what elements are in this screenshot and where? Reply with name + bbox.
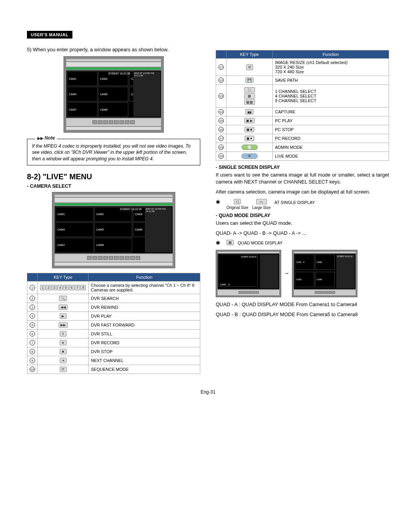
table-row: 5▶▶DVR FAST FORWARD [27, 320, 200, 329]
screenshot-timestamp: 07/08/07 16:22:26 [109, 72, 130, 75]
quad-b-screenshot: CAM1 S CAM2 CAM3 CAM4 07/08/07 16:21:22 [292, 250, 357, 297]
key-icon: ▶ [60, 313, 67, 319]
row-function: SEQUENCE MODE [89, 365, 200, 374]
row-number: 8 [30, 349, 35, 354]
table-row: 12💾SAVE PATH [216, 76, 389, 85]
row-function: NEXT CHANNEL [89, 356, 200, 365]
left-column: 5) When you enter properly, a window app… [27, 46, 200, 378]
row-number: 9 [30, 358, 35, 363]
row-function: Choose a camera by selecting channel "Ch… [89, 281, 200, 294]
subheading-camera-select: CAMERA SELECT [27, 184, 200, 189]
row-number: 17 [218, 136, 224, 141]
col-key: KEY Type [226, 51, 273, 59]
col-func: Function [89, 273, 200, 281]
large-size-icon: ▭ [256, 199, 267, 204]
row-number: 19 [218, 153, 224, 159]
key-icon: ◀◀ [59, 305, 68, 310]
row-function: PC STOP [273, 125, 389, 134]
quad-icon-row: ✱ ▦ QUAD MODE DISPLAY [216, 240, 389, 246]
key-table-left: KEY Type Function 112345678Choose a came… [27, 273, 200, 374]
key-icon: ● [60, 340, 67, 345]
row-number: 5 [30, 322, 35, 328]
arrow-icon: → [281, 270, 292, 277]
screenshot-side-panel: 2007.07.13 FRI FW 14:11:05 [133, 71, 160, 117]
note-box: Note If the MPEG 4 codec is improperly i… [27, 139, 200, 165]
key-icon: ▶▶ [59, 322, 68, 328]
channel-3-icon: 3 [52, 285, 57, 290]
row-function: PC PLAY [273, 116, 389, 125]
cam-cell: CAM5 [98, 87, 129, 101]
key-table-right: KEY Type Function 11⧉IMAGE RESIZE (ch1 D… [216, 50, 389, 161]
row-number: 7 [30, 340, 35, 345]
row-number: 6 [30, 331, 35, 337]
key-icon: ⧉ [246, 64, 253, 70]
row-function: IMAGE RESIZE (ch1 Default selected) 320 … [273, 59, 389, 76]
table-row: 10⟳SEQUENCE MODE [27, 365, 200, 374]
key-icon: 🔍 [59, 296, 67, 301]
key-icon: ➔ [60, 358, 67, 363]
section-title: 8-2) "LIVE" MENU [27, 172, 200, 181]
channel-7-icon: 7 [75, 285, 80, 290]
col-key: KEY Type [38, 273, 89, 281]
original-size-icon: ◻ [234, 199, 241, 204]
quad-desc-a: QUAD - A : QUAD DISPLAY MODE From Camera… [216, 301, 389, 308]
quad-p2: QUAD- A -> QUAD - B -> QUAD - A -> ... [216, 230, 389, 237]
star-icon: ✱ [216, 199, 220, 205]
channel-5-icon: 5 [63, 285, 69, 290]
quad-desc-b: QUAD - B : QUAD DISPLAY MODE From Camera… [216, 311, 389, 318]
table-row: 2🔍DVR SEARCH [27, 294, 200, 303]
ch1-select-icon: ▢ [244, 87, 255, 93]
label-large: Large Size [252, 205, 271, 210]
table-row: 9➔NEXT CHANNEL [27, 356, 200, 365]
key-icon: ◼ ■ [245, 127, 254, 132]
key-icon: II [60, 331, 67, 337]
table-row: 14📷CAPTURE [216, 108, 389, 116]
row-number: 13 [218, 93, 224, 99]
row-function: DVR PLAY [89, 311, 200, 320]
row-number: 16 [218, 127, 224, 132]
key-icon: 💾 [245, 77, 253, 83]
ch4-select-icon: ▦ [244, 93, 255, 99]
row-function: DVR RECORD [89, 338, 200, 347]
annotated-screenshot: 07/08/07 16:22:26 2007.07.13 FRI FW 14:1… [27, 192, 200, 268]
quad-icon-label: QUAD MODE DISPLAY [238, 240, 283, 245]
col-num [27, 273, 38, 281]
row-function: SAVE PATH [273, 76, 389, 85]
channel-8-icon: 8 [81, 285, 86, 290]
row-number: 10 [30, 367, 35, 372]
row-function: DVR REWIND [89, 303, 200, 311]
table-row: 3◀◀DVR REWIND [27, 303, 200, 311]
row-function: DVR STOP [89, 347, 200, 356]
channel-1-icon: 1 [40, 285, 45, 290]
right-column: KEY Type Function 11⧉IMAGE RESIZE (ch1 D… [216, 46, 389, 378]
row-number: 18 [218, 145, 224, 150]
row-function: DVR FAST FORWARD [89, 320, 200, 329]
table-row: 6IIDVR STILL [27, 329, 200, 338]
intro-text: 5) When you enter properly, a window app… [27, 46, 200, 53]
single-p1: If users want to see the camera image at… [216, 172, 389, 185]
row-number: 14 [218, 109, 224, 114]
row-function: 1 CHANNEL SELECT 4 CHANNEL SELECT 9 CHAN… [273, 85, 389, 108]
channel-6-icon: 6 [69, 285, 74, 290]
screenshot-main: 07/08/07 16:22:26 2007.07.13 FRI FW 14:1… [64, 56, 164, 133]
star-icon: ✱ [216, 240, 220, 246]
row-number: 4 [30, 313, 35, 319]
admin-mode-icon: ⚪ [242, 145, 258, 150]
subheading-single: SINGLE SCREEN DISPLAY [216, 165, 389, 170]
table-row: 7●DVR RECORD [27, 338, 200, 347]
key-icon: ⟳ [60, 367, 67, 372]
key-icon: 📷 [245, 109, 253, 114]
live-mode-icon: 👁 [242, 153, 258, 159]
row-function: DVR SEARCH [89, 294, 200, 303]
page-number: Eng-31 [27, 389, 389, 395]
table-row: 13▢▦▦▦1 CHANNEL SELECT 4 CHANNEL SELECT … [216, 85, 389, 108]
note-label: Note [35, 135, 57, 141]
table-row: 8■DVR STOP [27, 347, 200, 356]
row-function: CAPTURE [273, 108, 389, 116]
table-row: 4▶DVR PLAY [27, 311, 200, 320]
key-icon: ■ [60, 349, 67, 354]
table-row: 16◼ ■PC STOP [216, 125, 389, 134]
ch9-select-icon: ▦▦ [244, 99, 255, 105]
table-row: 18⚪ADMIN MODE [216, 143, 389, 152]
row-function: LIVE MODE [273, 152, 389, 161]
